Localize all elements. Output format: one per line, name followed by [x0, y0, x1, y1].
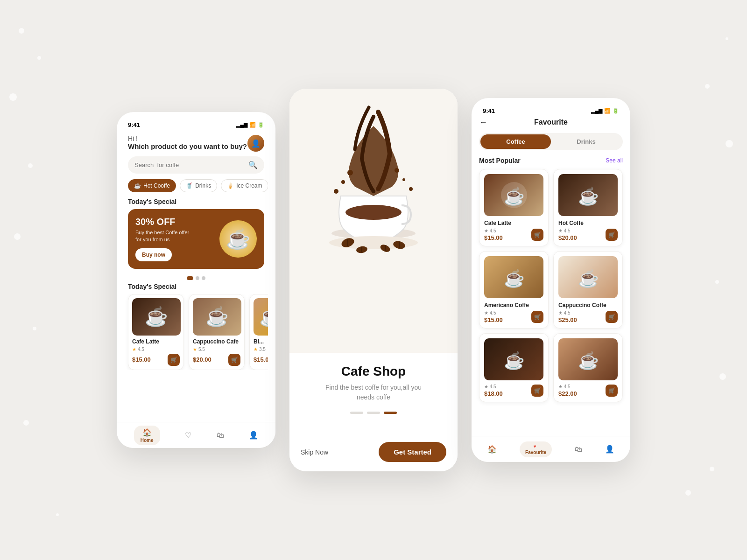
search-input[interactable] [134, 161, 245, 168]
svg-point-5 [402, 178, 405, 181]
fav-price-cafe-latte: $15.00 [484, 234, 503, 241]
product-price-cappuccino: $20.00 [193, 356, 211, 363]
buy-now-button[interactable]: Buy now [135, 248, 172, 261]
fav-rating-cafe-latte: ★ 4.5 [484, 228, 503, 233]
home-icon: 🏠 [142, 428, 152, 437]
product-name-bl: Bl... [254, 338, 268, 345]
phone2-frame: Cafe Shop Find the best coffe for you,al… [289, 89, 458, 471]
nav3-profile[interactable]: 👤 [605, 445, 614, 454]
nav3-home[interactable]: 🏠 [487, 445, 497, 454]
svg-text:☕: ☕ [578, 186, 599, 206]
progress-dot-3 [384, 412, 397, 414]
nav-cart[interactable]: 🛍 [217, 431, 224, 440]
tab-drinks[interactable]: Drinks [551, 134, 621, 149]
greeting-section: Hi ! Which product do you want to buy? 👤 [124, 132, 268, 156]
cat-label-drinks: Drinks [195, 182, 211, 189]
add-to-cart-fav-hot-coffe[interactable]: 🛒 [606, 229, 618, 241]
svg-text:☕: ☕ [578, 268, 599, 288]
tab-coffee[interactable]: Coffee [480, 134, 551, 149]
search-icon: 🔍 [248, 161, 258, 169]
fav-card-hot-coffe: ☕ Hot Coffe ★ 4.5 $20.00 🛒 [553, 169, 623, 246]
fav-rating-hot-coffe: ★ 4.5 [558, 228, 577, 233]
profile-icon-3: 👤 [605, 445, 614, 454]
status-bar-1: 9:41 ▂▄▆ 📶 🔋 [124, 119, 268, 132]
product-price-bl: $15.00 [254, 356, 268, 363]
user-avatar[interactable]: 👤 [247, 135, 264, 152]
bag-icon: 🛍 [217, 431, 224, 440]
see-all-button[interactable]: See all [606, 157, 623, 164]
home-icon-3: 🏠 [487, 445, 497, 454]
add-to-cart-cafe-latte[interactable]: 🛒 [168, 354, 180, 366]
greeting-hi: Hi ! [128, 135, 247, 142]
most-popular-header: Most Popular See all [479, 157, 623, 164]
fav-image-item5: ☕ [484, 338, 543, 380]
product-list: ☕ Cafe Latte ★ 4.5 $15.00 🛒 ☕ Cappuccino… [124, 294, 268, 370]
cafe-shop-subtitle: Find the best coffe for you,all youneeds… [301, 383, 446, 402]
battery-icon-3: 🔋 [613, 108, 619, 114]
nav3-favourite[interactable]: ♥ Favourite [520, 441, 552, 457]
fav-rating-americano: ★ 4.5 [484, 310, 503, 315]
add-to-cart-fav-cafe-latte[interactable]: 🛒 [531, 229, 543, 241]
product-rating-cappuccino: ★ 5.5 [193, 347, 240, 352]
nav-wishlist[interactable]: ♡ [185, 431, 191, 440]
fav-card-item5: ☕ ★ 4.5 $18.00 🛒 [479, 333, 549, 402]
fav-image-cafe-latte: ☕ [484, 174, 543, 216]
back-button[interactable]: ← [479, 118, 487, 127]
nav3-cart[interactable]: 🛍 [575, 445, 582, 454]
progress-dot-1 [350, 412, 363, 414]
cafe-shop-title: Cafe Shop [301, 364, 446, 379]
promo-description: Buy the best Coffe offerfor you from us [135, 229, 189, 244]
add-to-cart-fav-cappuccino[interactable]: 🛒 [606, 311, 618, 323]
splash-hero [289, 89, 458, 353]
profile-icon: 👤 [249, 431, 258, 440]
category-drinks[interactable]: 🥤 Drinks [180, 179, 217, 192]
status-icons-1: ▂▄▆ 📶 🔋 [236, 122, 264, 128]
splash-actions: Skip Now Get Started [289, 434, 458, 471]
svg-text:☕: ☕ [503, 350, 524, 371]
svg-text:☕: ☕ [503, 268, 524, 288]
category-ice-cream[interactable]: 🍦 Ice Cream [221, 179, 268, 192]
fav-name-cappuccino: Cappuccino Coffe [558, 302, 618, 308]
product-image-cafe-latte: ☕ [132, 298, 181, 336]
star-icon: ★ [132, 347, 136, 352]
skip-button[interactable]: Skip Now [301, 448, 328, 456]
add-to-cart-fav-americano[interactable]: 🛒 [531, 311, 543, 323]
add-to-cart-fav-item6[interactable]: 🛒 [606, 385, 618, 397]
greeting-subtitle: Which product do you want to buy? [128, 142, 247, 150]
get-started-button[interactable]: Get Started [379, 442, 446, 462]
phone1-frame: 9:41 ▂▄▆ 📶 🔋 Hi ! Which product do you w… [117, 112, 275, 448]
product-rating-cafe-latte: ★ 4.5 [132, 347, 180, 352]
product-card-cappuccino: ☕ Cappuccino Cafe ★ 5.5 $20.00 🛒 [189, 294, 245, 370]
fav-name-cafe-latte: Cafe Latte [484, 220, 543, 226]
search-bar[interactable]: 🔍 [128, 156, 264, 174]
signal-icon-3: ▂▄▆ [591, 108, 602, 114]
nav-profile[interactable]: 👤 [249, 431, 258, 440]
nav-home-label: Home [141, 438, 154, 443]
heart-icon: ♡ [185, 431, 191, 440]
cat-label-ice-cream: Ice Cream [236, 182, 262, 189]
add-to-cart-fav-item5[interactable]: 🛒 [531, 385, 543, 397]
categories-row: ☕ Hot Cooffe 🥤 Drinks 🍦 Ice Cream 🍵 Te [124, 179, 268, 198]
favourite-header: ← Favourite [479, 118, 623, 126]
promo-off-text: 30% OFF [135, 217, 189, 227]
promo-banner: 30% OFF Buy the best Coffe offerfor you … [128, 209, 264, 269]
carousel-indicators [124, 273, 268, 283]
svg-point-7 [409, 187, 413, 191]
onboarding-progress [301, 412, 446, 414]
svg-point-16 [345, 205, 402, 220]
fav-image-americano: ☕ [484, 256, 543, 298]
fav-card-americano: ☕ Americano Coffe ★ 4.5 $15.00 🛒 [479, 251, 549, 329]
fav-image-cappuccino: ☕ [558, 256, 618, 298]
fav-name-americano: Americano Coffe [484, 302, 543, 308]
dot-1 [187, 276, 193, 280]
fav-rating-cappuccino: ★ 4.5 [558, 310, 577, 315]
add-to-cart-cappuccino[interactable]: 🛒 [228, 354, 240, 366]
fav-price-cappuccino: $25.00 [558, 316, 577, 323]
status-icons-3: ▂▄▆ 📶 🔋 [591, 108, 619, 114]
nav-home[interactable]: 🏠 Home [134, 426, 160, 445]
category-hot-coffee[interactable]: ☕ Hot Cooffe [128, 179, 176, 192]
hot-coffee-icon: ☕ [134, 182, 141, 189]
product-card-cafe-latte: ☕ Cafe Latte ★ 4.5 $15.00 🛒 [128, 294, 184, 370]
promo-cup-image: ☕ [219, 220, 257, 258]
product-name-cafe-latte: Cafe Latte [132, 338, 180, 345]
